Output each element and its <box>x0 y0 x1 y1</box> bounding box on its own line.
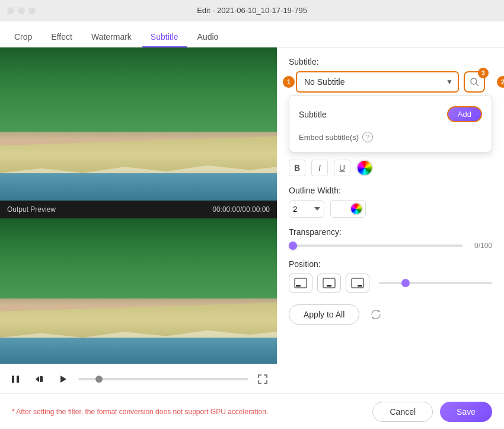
apply-row: Apply to All <box>289 304 492 325</box>
subtitle-selector-row: 1 No Subtitle ▼ 2 3 <box>289 71 492 93</box>
transparency-value: 0/100 <box>468 241 492 250</box>
pause-button[interactable] <box>7 371 24 387</box>
controls-bar <box>0 364 277 393</box>
position-bottom-right-button[interactable] <box>346 274 369 293</box>
transparency-thumb[interactable] <box>289 241 297 250</box>
subtitle-dropdown[interactable]: No Subtitle <box>296 71 459 93</box>
position-track[interactable] <box>379 282 492 284</box>
close-light[interactable] <box>7 7 14 14</box>
add-subtitle-button[interactable]: Add <box>447 106 482 122</box>
output-preview-bar: Output Preview 00:00:00/00:00:00 <box>0 201 277 218</box>
warning-text: * After setting the filter, the format c… <box>12 408 372 416</box>
svg-rect-1 <box>17 376 19 383</box>
water-layer <box>0 173 277 201</box>
badge-1: 1 <box>283 76 295 88</box>
svg-rect-3 <box>40 376 43 382</box>
format-row: B I U <box>289 160 492 176</box>
tab-effect[interactable]: Effect <box>43 27 81 47</box>
badge-3: 3 <box>478 68 489 78</box>
transparency-label: Transparency: <box>289 227 492 237</box>
position-section: Position: <box>289 259 492 293</box>
embed-row: Embed subtitle(s) ? <box>289 128 492 147</box>
apply-to-all-button[interactable]: Apply to All <box>289 304 359 325</box>
tab-crop[interactable]: Crop <box>6 27 40 47</box>
main-content: Output Preview 00:00:00/00:00:00 <box>0 47 504 393</box>
maximize-light[interactable] <box>28 7 36 14</box>
bottom-buttons: Cancel Save <box>372 402 492 422</box>
position-bottom-left-button[interactable] <box>289 274 312 293</box>
tab-bar: Crop Effect Watermark Subtitle Audio <box>0 21 504 47</box>
svg-rect-0 <box>12 376 14 383</box>
outline-value-dropdown[interactable]: 2 1 3 <box>289 200 324 218</box>
outline-section: Outline Width: 2 1 3 <box>289 186 492 218</box>
minimize-light[interactable] <box>18 7 25 14</box>
tab-watermark[interactable]: Watermark <box>83 27 140 47</box>
traffic-lights <box>7 7 36 14</box>
color-picker[interactable] <box>356 160 373 176</box>
beach-scene-bottom <box>0 218 277 364</box>
water-layer-2 <box>0 338 277 364</box>
position-buttons-row <box>289 274 492 293</box>
transparency-track[interactable] <box>289 244 462 247</box>
search-button[interactable]: 3 <box>464 71 485 93</box>
video-panel: Output Preview 00:00:00/00:00:00 <box>0 47 277 393</box>
tab-subtitle[interactable]: Subtitle <box>142 27 187 47</box>
save-button[interactable]: Save <box>440 402 492 422</box>
svg-point-5 <box>471 78 477 84</box>
transparency-section: Transparency: 0/100 <box>289 227 492 250</box>
subtitle-menu-item: Subtitle Add <box>289 100 492 128</box>
subtitle-item-label: Subtitle <box>299 110 327 119</box>
italic-button[interactable]: I <box>311 160 328 176</box>
badge-2: 2 <box>497 76 504 88</box>
transparency-slider-row: 0/100 <box>289 241 492 250</box>
underline-button[interactable]: U <box>334 160 350 176</box>
outline-color-circle[interactable] <box>350 202 363 215</box>
title-bar: Edit - 2021-06-10_10-17-19-795 <box>0 0 504 21</box>
subtitle-dropdown-menu: Subtitle Add Embed subtitle(s) ? <box>289 95 492 152</box>
refresh-button[interactable] <box>366 305 385 324</box>
outline-color-picker[interactable] <box>330 200 366 218</box>
right-panel: Subtitle: 1 No Subtitle ▼ 2 3 <box>277 47 504 393</box>
svg-line-6 <box>476 84 479 86</box>
position-thumb[interactable] <box>401 279 410 287</box>
beach-scene-top <box>0 47 277 201</box>
svg-marker-2 <box>36 376 39 382</box>
bold-button[interactable]: B <box>289 160 305 176</box>
position-label: Position: <box>289 259 492 269</box>
video-bottom-preview <box>0 218 277 364</box>
subtitle-section-label: Subtitle: <box>289 57 492 66</box>
progress-track[interactable] <box>78 378 248 380</box>
outline-row: 2 1 3 <box>289 200 492 218</box>
tab-audio[interactable]: Audio <box>189 27 227 47</box>
window-title: Edit - 2021-06-10_10-17-19-795 <box>197 6 307 15</box>
svg-marker-4 <box>60 376 66 383</box>
play-button[interactable] <box>55 371 71 387</box>
cancel-button[interactable]: Cancel <box>372 402 433 422</box>
rewind-button[interactable] <box>31 371 47 387</box>
position-slider-area <box>379 282 492 284</box>
bottom-bar: * After setting the filter, the format c… <box>0 393 504 429</box>
svg-rect-8 <box>296 285 301 287</box>
output-preview-label: Output Preview <box>7 205 56 214</box>
video-timestamp: 00:00:00/00:00:00 <box>212 205 270 214</box>
svg-rect-12 <box>358 285 362 287</box>
outline-width-label: Outline Width: <box>289 186 492 195</box>
svg-rect-10 <box>327 285 331 287</box>
subtitle-dropdown-wrapper: No Subtitle ▼ <box>296 71 459 93</box>
embed-label: Embed subtitle(s) <box>299 133 359 142</box>
progress-thumb[interactable] <box>95 376 103 383</box>
forest-layer <box>0 47 277 132</box>
info-icon[interactable]: ? <box>362 132 373 142</box>
forest-layer-2 <box>0 218 277 298</box>
expand-button[interactable] <box>256 372 270 386</box>
video-top-preview <box>0 47 277 201</box>
position-bottom-center-button[interactable] <box>317 274 341 293</box>
